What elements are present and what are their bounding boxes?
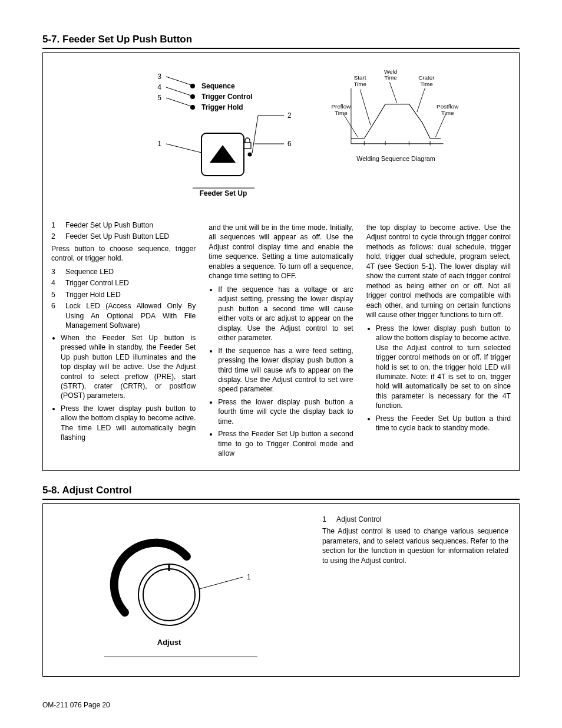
svg-text:5: 5: [157, 94, 161, 102]
svg-text:6: 6: [287, 140, 292, 148]
svg-point-7: [248, 152, 252, 156]
svg-point-5: [190, 105, 195, 110]
label-trigger-hold: Trigger Hold: [201, 103, 243, 111]
svg-line-27: [343, 114, 358, 137]
feeder-setup-drawing: Feeder Set Up Sequence Trigger Control T…: [84, 61, 296, 203]
col-1: 1Feeder Set Up Push Button 2Feeder Set U…: [51, 220, 196, 462]
svg-line-14: [166, 144, 201, 153]
figure-5-7: Feeder Set Up Sequence Trigger Control T…: [42, 52, 520, 471]
weld-diagram-caption: Welding Sequence Diagram: [356, 155, 435, 162]
welding-sequence-diagram: PreflowTime StartTime WeldTime CraterTim…: [313, 67, 478, 167]
svg-point-4: [190, 94, 195, 99]
feeder-caption: Feeder Set Up: [200, 189, 247, 197]
col-2: and the unit will be in the time mode. I…: [209, 220, 353, 462]
svg-text:PreflowTime: PreflowTime: [332, 103, 352, 116]
col-3: the top display to become active. Use th…: [366, 220, 511, 462]
svg-line-8: [166, 77, 191, 85]
svg-text:WeldTime: WeldTime: [384, 68, 397, 81]
svg-marker-1: [210, 145, 236, 163]
svg-point-37: [138, 564, 200, 625]
svg-line-31: [435, 114, 446, 137]
svg-text:2: 2: [287, 111, 292, 120]
section-5-8-heading: 5-8. Adjust Control: [42, 484, 520, 500]
adjust-text: 1Adjust Control The Adjust control is us…: [322, 512, 511, 569]
svg-rect-6: [244, 143, 251, 149]
svg-line-30: [417, 88, 425, 112]
svg-text:1: 1: [247, 573, 251, 581]
svg-line-10: [166, 87, 191, 95]
svg-line-28: [360, 90, 371, 126]
section-5-7-heading: 5-7. Feeder Set Up Push Button: [42, 33, 520, 49]
svg-text:CraterTime: CraterTime: [418, 74, 435, 87]
lock-icon: [244, 138, 251, 149]
svg-text:StartTime: StartTime: [353, 74, 366, 87]
label-trigger-control: Trigger Control: [201, 93, 253, 101]
svg-text:1: 1: [157, 140, 161, 148]
page-footer: OM-211 076 Page 20: [42, 700, 520, 710]
svg-line-29: [389, 82, 397, 103]
label-sequence: Sequence: [201, 82, 235, 90]
svg-line-12: [166, 98, 191, 106]
svg-line-40: [200, 577, 243, 589]
svg-text:PostflowTime: PostflowTime: [437, 103, 459, 116]
figure-5-8: 1 Adjust 1Adjust Control The Adjust cont…: [42, 503, 520, 677]
adjust-caption: Adjust: [157, 638, 181, 647]
svg-line-17: [252, 116, 258, 153]
svg-text:3: 3: [157, 73, 161, 81]
svg-point-3: [190, 84, 195, 88]
svg-point-38: [143, 569, 195, 621]
svg-text:4: 4: [157, 83, 161, 91]
adjust-control-drawing: 1 Adjust: [81, 524, 275, 660]
